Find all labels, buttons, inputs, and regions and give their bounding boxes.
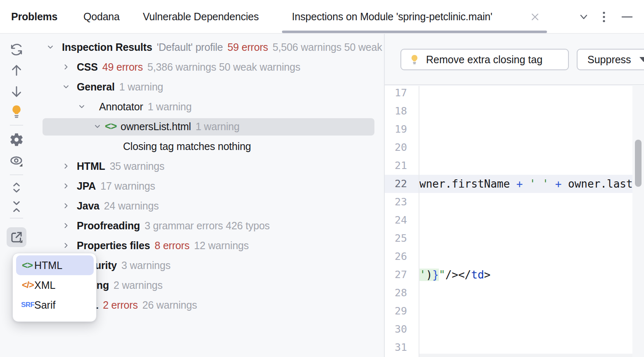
editor-bottom-strip xyxy=(419,354,632,357)
code-token: owner.last xyxy=(568,178,632,190)
html-file-icon: <> xyxy=(105,117,116,136)
line-number: 24 xyxy=(385,211,407,229)
export-option-label: Sarif xyxy=(34,299,55,311)
triangle-down-icon xyxy=(639,57,644,62)
tree-row[interactable]: Proofreading3 grammar errors 426 typos xyxy=(0,216,384,236)
chevron-right-icon[interactable] xyxy=(62,182,70,190)
code-token: wner.firstName xyxy=(419,178,516,190)
editor-scrollbar-thumb[interactable] xyxy=(635,140,642,187)
remove-extra-closing-tag-button[interactable]: Remove extra closing tag xyxy=(400,49,569,70)
code-token: > xyxy=(484,269,491,281)
tree-row[interactable]: Annotator1 warning xyxy=(0,97,384,117)
code-token: ' ' xyxy=(529,178,549,190)
gutter-separator xyxy=(419,86,419,357)
warning-count: 3 warnings xyxy=(121,259,170,271)
code-line[interactable]: ')}"/></td> xyxy=(419,266,632,284)
code-token: + xyxy=(516,178,523,190)
sarif-file-icon: SRF xyxy=(16,301,34,309)
editor-scrollbar-track[interactable] xyxy=(632,86,644,357)
code-line[interactable]: wner.firstName + ' ' + owner.last xyxy=(419,175,632,193)
code-token xyxy=(523,178,529,190)
warning-count: 12 warnings xyxy=(194,240,249,251)
chevron-down-icon[interactable] xyxy=(93,122,102,131)
line-number: 22 xyxy=(385,175,407,193)
tab-qodana[interactable]: Qodana xyxy=(83,0,120,33)
export-option-label: XML xyxy=(34,279,55,291)
warning-count: 2 warnings xyxy=(114,279,163,291)
warning-count: 24 warnings xyxy=(104,200,159,212)
code-token: " xyxy=(439,269,445,281)
tree-row-label: Closing tag matches nothing xyxy=(123,140,251,152)
code-token: / xyxy=(465,269,471,281)
line-number: 29 xyxy=(385,302,407,320)
chevron-right-icon[interactable] xyxy=(62,63,70,71)
chevron-right-icon[interactable] xyxy=(62,241,70,250)
warning-count: 26 warnings xyxy=(142,299,197,311)
code-preview-editor[interactable] xyxy=(385,86,644,357)
preview-action-bar: Remove extra closing tag Suppress xyxy=(385,34,644,85)
line-number: 26 xyxy=(385,248,407,266)
error-count: 49 errors xyxy=(102,61,143,73)
tree-row[interactable]: General1 warning xyxy=(0,77,384,97)
tab-problems[interactable]: Problems xyxy=(11,0,57,33)
highlighted-token: ) xyxy=(426,269,433,281)
tree-row[interactable]: <>ownersList.html1 warning xyxy=(0,117,384,136)
tree-row-label: Annotator xyxy=(99,101,143,112)
tree-row-label: ownersList.html xyxy=(121,121,191,132)
export-option-label: HTML xyxy=(34,259,62,271)
tree-row[interactable]: HTML35 warnings xyxy=(0,156,384,176)
line-number: 18 xyxy=(385,102,407,120)
chevron-right-icon[interactable] xyxy=(62,221,70,230)
line-number: 31 xyxy=(385,338,407,357)
quick-fix-label: Remove extra closing tag xyxy=(426,54,542,66)
error-count: 2 errors xyxy=(103,299,138,311)
tree-row-label: Java xyxy=(77,200,99,212)
warning-count: 'Default' profile xyxy=(157,41,223,53)
hide-icon[interactable] xyxy=(621,12,633,22)
chevron-down-icon[interactable] xyxy=(46,43,54,51)
line-number: 27 xyxy=(385,266,407,284)
tree-row[interactable]: Java24 warnings xyxy=(0,196,384,216)
tree-row-label: Proofreading xyxy=(77,220,140,231)
code-token: />< xyxy=(445,269,465,281)
line-number: 25 xyxy=(385,229,407,248)
tree-row[interactable]: CSS49 errors5,386 warnings 50 weak warni… xyxy=(0,57,384,77)
warning-count: 1 warning xyxy=(148,101,192,112)
tab-inspections-on-module[interactable]: Inspections on Module 'spring-petclinic.… xyxy=(292,0,492,33)
more-options-icon[interactable] xyxy=(601,12,607,22)
line-number: 21 xyxy=(385,157,407,175)
problem-message-row[interactable]: Closing tag matches nothing xyxy=(0,136,384,156)
export-option-sarif[interactable]: SRFSarif xyxy=(16,295,94,315)
line-number: 23 xyxy=(385,193,407,211)
warning-count: 1 warning xyxy=(196,121,240,132)
tree-row-label: JPA xyxy=(77,180,96,192)
error-count: 59 errors xyxy=(227,41,268,53)
html-file-icon: <> xyxy=(16,259,34,271)
chevron-right-icon[interactable] xyxy=(62,162,70,170)
chevron-down-icon[interactable] xyxy=(78,102,86,111)
code-token xyxy=(561,178,568,190)
code-token xyxy=(549,178,555,190)
warning-count: 35 warnings xyxy=(110,160,165,172)
error-count: 8 errors xyxy=(154,240,189,251)
suppress-button[interactable]: Suppress xyxy=(577,49,644,70)
tree-row-label: General xyxy=(77,81,115,93)
export-option-xml[interactable]: </>XML xyxy=(16,275,94,295)
line-number: 19 xyxy=(385,120,407,138)
warning-count: 1 warning xyxy=(119,81,163,93)
code-token: td xyxy=(471,269,484,281)
tab-vulnerable-dependencies[interactable]: Vulnerable Dependencies xyxy=(143,0,259,33)
close-icon[interactable] xyxy=(530,12,540,22)
export-option-html[interactable]: <>HTML xyxy=(16,255,94,275)
code-token: + xyxy=(555,178,562,190)
line-number: 30 xyxy=(385,320,407,338)
tree-row[interactable]: Inspection Results'Default' profile59 er… xyxy=(0,37,384,57)
chevron-down-icon[interactable] xyxy=(578,12,590,22)
active-tab-underline xyxy=(282,31,547,33)
chevron-right-icon[interactable] xyxy=(62,202,70,210)
line-number: 28 xyxy=(385,284,407,302)
chevron-down-icon[interactable] xyxy=(62,83,70,91)
tree-row-label: Properties files xyxy=(77,240,150,251)
tree-row[interactable]: Properties files8 errors12 warnings xyxy=(0,236,384,255)
tree-row[interactable]: JPA17 warnings xyxy=(0,176,384,196)
